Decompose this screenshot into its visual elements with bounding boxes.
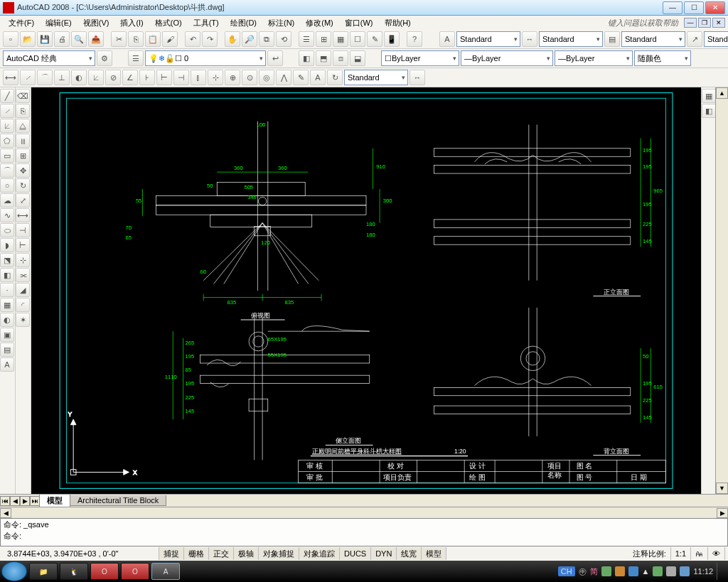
toggle-osnap[interactable]: 对象捕捉	[259, 547, 299, 560]
tray-volume-icon[interactable]	[666, 566, 676, 576]
toggle-lwt[interactable]: 线宽	[397, 547, 422, 560]
lineweight-dropdown[interactable]: — ByLayer	[555, 50, 633, 66]
cut-icon[interactable]: ✂	[111, 31, 127, 47]
tab-prev-icon[interactable]: ◀	[10, 496, 20, 506]
calc-icon[interactable]: 📱	[384, 31, 400, 47]
tab-next-icon[interactable]: ▶	[20, 496, 30, 506]
help-icon[interactable]: ?	[407, 31, 422, 47]
properties-icon[interactable]: ☰	[299, 31, 314, 47]
table-icon[interactable]: ▤	[0, 343, 14, 357]
tab-last-icon[interactable]: ⏭	[30, 496, 40, 506]
break-icon[interactable]: ⊹	[16, 253, 30, 267]
ime-mode-icon[interactable]: ㊥	[579, 566, 587, 577]
toggle-ortho[interactable]: 正交	[209, 547, 234, 560]
command-line[interactable]: 命令: _qsave 命令:	[0, 518, 728, 546]
color-dropdown[interactable]: ☐ ByLayer	[381, 50, 459, 66]
circle-icon[interactable]: ○	[0, 178, 14, 193]
dimrad-icon[interactable]: ◐	[71, 70, 87, 85]
move-icon[interactable]: ✥	[16, 163, 30, 178]
mtext-icon[interactable]: A	[0, 357, 14, 372]
dimcont-icon[interactable]: ⊣	[173, 70, 189, 85]
centermark-icon[interactable]: ⊙	[242, 70, 257, 85]
toggle-snap[interactable]: 捕捉	[159, 547, 184, 560]
wblock-icon[interactable]: ⬓	[350, 50, 365, 66]
dimupdate-icon[interactable]: ↻	[327, 70, 343, 85]
qdim-icon[interactable]: ⊦	[139, 70, 155, 85]
toggle-otrack[interactable]: 对象追踪	[299, 547, 340, 560]
linetype-dropdown[interactable]: — ByLayer	[461, 50, 553, 66]
taskbar-item-explorer[interactable]: 📁	[29, 563, 58, 580]
plot-icon[interactable]: 🖨	[54, 31, 70, 47]
sheetset-icon[interactable]: ☐	[350, 31, 365, 47]
dimbreak-icon[interactable]: ⊹	[208, 70, 223, 85]
annoscale-icon[interactable]: 🗛	[691, 547, 708, 560]
taskbar-item-app1[interactable]: O	[90, 563, 119, 580]
fillet-icon[interactable]: ◜	[16, 298, 30, 312]
minimize-button[interactable]: —	[663, 1, 682, 14]
doc-restore-button[interactable]: ❐	[698, 18, 711, 28]
insert-icon[interactable]: ⬒	[316, 50, 331, 66]
mleader-style-dropdown[interactable]: Standard	[704, 31, 728, 47]
dimspace-icon[interactable]: ⫿	[191, 70, 206, 85]
taskbar-item-autocad[interactable]: A	[151, 563, 180, 580]
layer-manager-icon[interactable]: ☰	[128, 50, 144, 66]
workspace-settings-icon[interactable]: ⚙	[97, 50, 112, 66]
undo-icon[interactable]: ↶	[185, 31, 200, 47]
doc-minimize-button[interactable]: —	[684, 18, 697, 28]
textstyle-icon[interactable]: A	[439, 31, 455, 47]
close-button[interactable]: ✕	[705, 1, 725, 14]
maximize-button[interactable]: ☐	[684, 1, 704, 14]
layer-prev-icon[interactable]: ↩	[267, 50, 283, 66]
help-search-hint[interactable]: 键入问题以获取帮助	[602, 16, 684, 30]
save-icon[interactable]: 💾	[37, 31, 53, 47]
tray-icon-3[interactable]	[628, 566, 638, 576]
erase-icon[interactable]: ⌫	[16, 89, 30, 103]
dimord-icon[interactable]: ⊥	[54, 70, 70, 85]
dimjog-icon[interactable]: ⟀	[88, 70, 104, 85]
menu-modify[interactable]: 修改(M)	[300, 16, 339, 30]
dimarc-icon[interactable]: ⌒	[37, 70, 53, 85]
palette-icon[interactable]: ▦	[702, 89, 716, 103]
tray-network-icon[interactable]	[680, 566, 690, 576]
join-icon[interactable]: ⫘	[16, 268, 30, 282]
clock[interactable]: 11:12	[693, 567, 713, 576]
mirror-icon[interactable]: ⧋	[16, 119, 30, 133]
markup-icon[interactable]: ✎	[367, 31, 382, 47]
ellipsearc-icon[interactable]: ◗	[0, 238, 14, 252]
menu-format[interactable]: 格式(O)	[149, 16, 188, 30]
line-icon[interactable]: ╱	[0, 89, 14, 103]
tab-model[interactable]: 模型	[39, 495, 70, 507]
ellipse-icon[interactable]: ⬭	[0, 223, 14, 237]
dimaligned-icon[interactable]: ⟋	[20, 70, 36, 85]
vertical-scrollbar[interactable]: ▲ ▼	[715, 87, 728, 494]
open-icon[interactable]: 📂	[20, 31, 36, 47]
insertblk-icon[interactable]: ⬔	[0, 253, 14, 267]
menu-help[interactable]: 帮助(H)	[379, 16, 417, 30]
paste-icon[interactable]: 📋	[145, 31, 161, 47]
tray-icon-2[interactable]	[615, 566, 625, 576]
tab-layout1[interactable]: Architectural Title Block	[70, 495, 166, 506]
copyobj-icon[interactable]: ⎘	[16, 104, 30, 118]
dimstyle-btn-icon[interactable]: ↔	[410, 70, 425, 85]
menu-window[interactable]: 窗口(W)	[339, 16, 379, 30]
dimdia-icon[interactable]: ⊘	[105, 70, 121, 85]
dimlinear-icon[interactable]: ⟷	[3, 70, 18, 85]
table-style-dropdown[interactable]: Standard	[621, 31, 685, 47]
command-prompt[interactable]: 命令:	[4, 531, 724, 542]
zoom-win-icon[interactable]: ⧉	[259, 31, 274, 47]
new-icon[interactable]: ▫	[3, 31, 18, 47]
text-style-dropdown[interactable]: Standard	[456, 31, 520, 47]
rectangle-icon[interactable]: ▭	[0, 149, 14, 163]
publish-icon[interactable]: 📤	[88, 31, 104, 47]
doc-close-button[interactable]: ✕	[712, 18, 725, 28]
polygon-icon[interactable]: ⬠	[0, 134, 14, 148]
toggle-grid[interactable]: 栅格	[184, 547, 209, 560]
scale-icon[interactable]: ⤢	[16, 193, 30, 208]
menu-tools[interactable]: 工具(T)	[188, 16, 225, 30]
scroll-left-icon[interactable]: ◀	[0, 508, 11, 518]
layer-dropdown[interactable]: 💡❄🔓☐ 0	[145, 50, 266, 66]
hatch-icon[interactable]: ▦	[0, 298, 14, 312]
redo-icon[interactable]: ↷	[202, 31, 218, 47]
dim-toolbar-style-dropdown[interactable]: Standard	[344, 70, 408, 85]
tablestyle-icon[interactable]: ▤	[604, 31, 620, 47]
